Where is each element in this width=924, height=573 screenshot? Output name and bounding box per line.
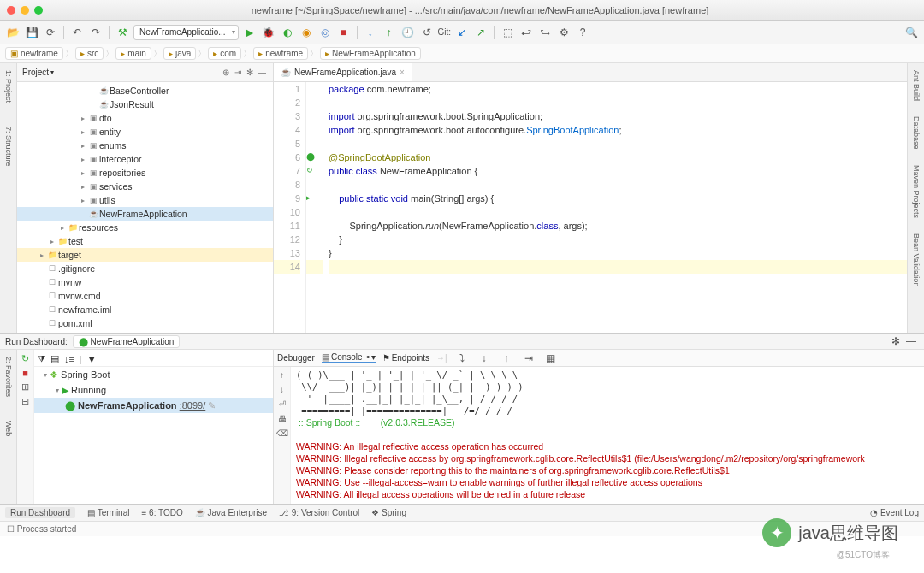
coverage-icon[interactable]: ◐ (280, 25, 295, 40)
bt-event[interactable]: ◔ Event Log (870, 508, 919, 517)
hide-icon[interactable]: — (256, 68, 268, 77)
tree-node[interactable]: ☐newframe.iml (17, 303, 273, 316)
bt-spring[interactable]: ❖ Spring (371, 508, 406, 517)
search-icon[interactable]: 🔍 (903, 25, 919, 40)
tab-maven[interactable]: Maven Projects (910, 162, 922, 222)
run-to-icon[interactable]: ⇥ (521, 351, 536, 366)
back-nav-icon[interactable]: ⮐ (518, 25, 534, 40)
tree-node[interactable]: ▸▣repositories (17, 166, 273, 180)
tree-node[interactable]: ☐README.md (17, 330, 273, 333)
build-icon[interactable]: ⚒ (115, 25, 130, 40)
help-icon[interactable]: ? (575, 25, 590, 40)
tree-node[interactable]: ▸▣interceptor (17, 152, 273, 166)
refresh-icon[interactable]: ⟳ (43, 25, 58, 40)
structure-icon[interactable]: ⬚ (500, 25, 515, 40)
tree-node[interactable]: ☐.gitignore (17, 262, 273, 275)
sort-icon[interactable]: ↓≡ (64, 354, 74, 364)
zoom-icon[interactable] (34, 6, 43, 15)
crumb[interactable]: ▸ src (75, 47, 104, 60)
crumb[interactable]: ▸ newframe (253, 47, 308, 60)
collapse2-icon[interactable]: ⊟ (21, 396, 29, 407)
open-icon[interactable]: 📂 (5, 25, 21, 40)
minimize-icon[interactable] (21, 6, 29, 15)
git-push-icon[interactable]: ↗ (473, 25, 489, 40)
tree-node[interactable]: ☐mvnw.cmd (17, 289, 273, 303)
debug-icon[interactable]: 🐞 (261, 25, 276, 40)
tree-node[interactable]: ☕JsonResult (17, 97, 273, 111)
undo-icon[interactable]: ↶ (69, 25, 85, 40)
crumb[interactable]: ▸ NewFrameApplication (320, 47, 421, 60)
run-icon[interactable]: ▶ (242, 25, 258, 40)
crumb[interactable]: ▣ newframe (5, 47, 63, 60)
bt-vcs[interactable]: ⎇ 9: Version Control (279, 508, 359, 517)
tree-node[interactable]: ▸▣entity (17, 125, 273, 139)
vcs-revert-icon[interactable]: ↺ (419, 25, 435, 40)
wrap-icon[interactable]: ⏎ (279, 399, 286, 409)
close-tab-icon[interactable]: × (400, 68, 405, 77)
tree-node[interactable]: ▸▣services (17, 180, 273, 193)
filter-icon[interactable]: ⧩ (38, 353, 45, 364)
editor-tab[interactable]: ☕ NewFrameApplication.java × (274, 63, 412, 81)
scroll-icon[interactable]: ↑ (280, 370, 284, 380)
filter2-icon[interactable]: ▼ (87, 354, 97, 364)
project-tree[interactable]: ☕BaseController☕JsonResult▸▣dto▸▣entity▸… (17, 82, 273, 333)
dash-hide-icon[interactable]: — (903, 334, 919, 349)
step-into-icon[interactable]: ↓ (477, 351, 492, 366)
dash-gear-icon[interactable]: ✻ (888, 334, 903, 349)
clear-icon[interactable]: ⌫ (276, 428, 288, 438)
frames-icon[interactable]: ▦ (543, 351, 559, 366)
tab-database[interactable]: Database (910, 113, 922, 153)
tree-node[interactable]: ▸▣enums (17, 139, 273, 152)
expand-icon[interactable]: ⊞ (21, 381, 29, 393)
step-over-icon[interactable]: ⤵ (454, 351, 470, 366)
code-editor[interactable]: 1234567891011121314 ⬤↻▸ package com.newf… (274, 82, 907, 333)
profile-icon[interactable]: ◉ (299, 25, 314, 40)
tab-web[interactable]: Web (3, 417, 15, 440)
tree-node[interactable]: ☕NewFrameApplication (17, 207, 273, 221)
bt-term[interactable]: ▤ Terminal (87, 508, 129, 517)
stop-icon[interactable]: ■ (336, 25, 352, 40)
crumb[interactable]: ▸ main (116, 47, 151, 60)
gear-icon[interactable]: ✻ (244, 68, 256, 77)
save-icon[interactable]: 💾 (24, 25, 39, 40)
collapse-icon[interactable]: ⇥ (232, 68, 244, 77)
stop2-icon[interactable]: ■ (22, 368, 28, 378)
crumb[interactable]: ▸ com (208, 47, 241, 60)
attach-icon[interactable]: ◎ (317, 25, 333, 40)
bt-jee[interactable]: ☕ Java Enterprise (195, 508, 267, 517)
tree-node[interactable]: ▸▣utils (17, 193, 273, 207)
run-config-select[interactable]: NewFrameApplicatio... (133, 25, 239, 40)
settings-icon[interactable]: ⚙ (556, 25, 572, 40)
scroll2-icon[interactable]: ↓ (280, 385, 284, 394)
vcs-commit-icon[interactable]: ↑ (382, 25, 397, 40)
bt-run[interactable]: Run Dashboard (5, 507, 75, 518)
dash-tree[interactable]: ⧩ ▤ ↓≡ | ▼ ▾❖ Spring Boot ▾▶ Running ⬤ N… (34, 350, 273, 504)
tab-favorites[interactable]: 2: Favorites (3, 353, 15, 400)
close-icon[interactable] (7, 6, 15, 15)
dashboard-app-tab[interactable]: ⬤ NewFrameApplication (73, 335, 181, 348)
tree-node[interactable]: ▸📁test (17, 234, 273, 248)
rerun-icon[interactable]: ↻ (21, 353, 29, 364)
autoscroll-icon[interactable]: ⊕ (220, 68, 232, 77)
tree-node[interactable]: ▸📁target (17, 248, 273, 262)
tab-ant[interactable]: Ant Build (910, 67, 922, 104)
redo-icon[interactable]: ↷ (88, 25, 104, 40)
fwd-nav-icon[interactable]: ⮑ (537, 25, 553, 40)
tab-structure[interactable]: 7: Structure (3, 123, 15, 170)
tree-node[interactable]: ▸▣dto (17, 111, 273, 125)
tree-node[interactable]: ☐mvnw (17, 275, 273, 289)
tab-debugger[interactable]: Debugger (277, 353, 315, 363)
group-icon[interactable]: ▤ (50, 353, 59, 364)
vcs-update-icon[interactable]: ↓ (363, 25, 378, 40)
tree-node[interactable]: ▸📁resources (17, 221, 273, 234)
vcs-history-icon[interactable]: 🕘 (400, 25, 416, 40)
tab-console[interactable]: ▤ Console ⚬▾ (322, 352, 376, 363)
git-pull-icon[interactable]: ↙ (454, 25, 470, 40)
crumb[interactable]: ▸ java (163, 47, 196, 60)
console-output[interactable]: ( ( )\___ | '_ | '_| | '_ \/ _` | \ \ \ … (291, 367, 924, 504)
step-out-icon[interactable]: ↑ (499, 351, 514, 366)
tab-bean[interactable]: Bean Validation (910, 230, 922, 290)
bt-todo[interactable]: ≡ 6: TODO (141, 508, 182, 517)
tree-node[interactable]: ☕BaseController (17, 84, 273, 97)
tab-project[interactable]: 1: Project (3, 67, 15, 106)
